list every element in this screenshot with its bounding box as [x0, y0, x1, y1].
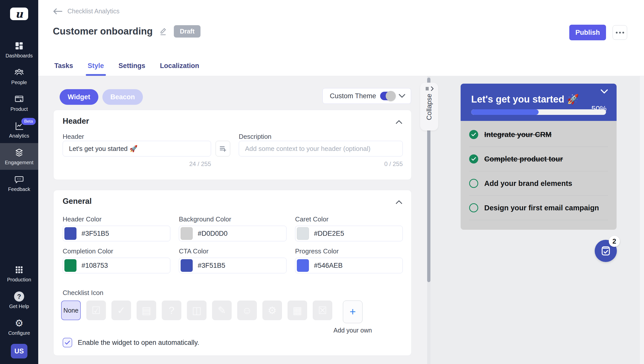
header-color-picker[interactable]: #3F51B5	[63, 226, 170, 241]
color-swatch	[64, 259, 76, 272]
custom-theme-toggle[interactable]	[380, 92, 395, 100]
gear-icon: ⚙	[14, 318, 24, 328]
auto-open-label: Enable the widget to open automatically.	[78, 339, 199, 347]
publish-button[interactable]: Publish	[569, 25, 606, 40]
sidebar-item-engagement[interactable]: Engagement	[0, 143, 38, 170]
description-field-label: Description	[239, 133, 271, 141]
sidebar-nav: Dashboards People Product	[0, 36, 38, 196]
launcher-badge: 2	[609, 236, 620, 247]
smiley-icon[interactable]: ☺	[237, 301, 257, 320]
checklist-item[interactable]: Integrate your CRM	[469, 122, 608, 147]
app-sidebar: u Dashboards People	[0, 0, 38, 364]
map-icon[interactable]: ▦	[288, 301, 307, 320]
color-field-label: Header Color	[63, 215, 170, 223]
color-swatch	[181, 227, 193, 240]
pending-circle-icon	[469, 179, 478, 188]
color-field-label: Background Color	[179, 215, 287, 223]
color-swatch	[181, 259, 193, 272]
caret-color-picker[interactable]: #DDE2E5	[295, 226, 403, 241]
chat-check-icon[interactable]: ✎	[212, 301, 232, 320]
widget-title: Let's get you started 🚀	[471, 94, 579, 105]
collapse-tab-label: Collapse	[425, 94, 433, 120]
tab-settings[interactable]: Settings	[118, 62, 145, 76]
widget-mode-button[interactable]: Widget	[60, 89, 98, 105]
toggle-knob	[386, 91, 396, 101]
clipboard-check-icon[interactable]: ☑	[86, 301, 106, 320]
product-window-icon	[14, 94, 24, 105]
background-color-picker[interactable]: #D0D0D0	[179, 226, 287, 241]
progress-color-picker[interactable]: #546AEB	[295, 258, 403, 273]
header-char-counter: 24 / 255	[63, 160, 211, 168]
widget-body: Integrate your CRM Complete product tour…	[461, 121, 617, 230]
add-list-item-button[interactable]	[216, 141, 230, 156]
completed-check-icon	[469, 154, 478, 163]
beacon-mode-button[interactable]: Beacon	[102, 89, 143, 105]
tab-localization[interactable]: Localization	[160, 62, 199, 76]
sidebar-item-configure[interactable]: ⚙ Configure	[0, 314, 38, 340]
checklist-item-label: Add your brand elements	[484, 179, 572, 188]
app-logo[interactable]: u	[10, 8, 28, 20]
sidebar-item-product[interactable]: Product	[0, 90, 38, 116]
completion-color-picker[interactable]: #108753	[63, 258, 170, 273]
chat-bubble-icon	[14, 174, 24, 185]
tab-style[interactable]: Style	[88, 62, 104, 76]
sidebar-item-label: Analytics	[9, 133, 29, 139]
chevron-down-icon[interactable]	[600, 89, 608, 94]
topbar: Checklist Analytics Customer onboarding …	[38, 0, 644, 76]
icon-option-none[interactable]: None	[61, 301, 81, 320]
header-input[interactable]	[63, 141, 211, 156]
general-card-title: General	[63, 197, 92, 206]
collapse-panel-tab[interactable]: Collapse	[420, 83, 438, 130]
checklist-item[interactable]: Design your first email campaign	[469, 196, 608, 220]
chevron-right-icon	[431, 86, 434, 91]
color-hex-value: #D0D0D0	[198, 230, 228, 238]
sidebar-item-production[interactable]: Production	[0, 260, 38, 287]
avatar-initials: US	[14, 347, 24, 355]
beta-badge: Beta	[21, 118, 36, 125]
sidebar-item-people[interactable]: People	[0, 63, 38, 90]
more-menu-button[interactable]	[613, 25, 627, 40]
document-icon[interactable]: ▤	[137, 301, 156, 320]
style-editor-content: Widget Beacon Custom Theme Header Header…	[38, 76, 644, 364]
chevron-up-icon[interactable]	[396, 200, 402, 204]
breadcrumb-row[interactable]: Checklist Analytics	[53, 8, 119, 15]
checklist-item[interactable]: Complete product tour	[469, 147, 608, 171]
collapse-tab-icons	[425, 86, 434, 91]
layers-icon	[14, 147, 24, 158]
book-icon[interactable]: ◫	[187, 301, 207, 320]
question-icon[interactable]: ?	[162, 301, 181, 320]
sidebar-item-label: Product	[11, 106, 28, 112]
pending-circle-icon	[469, 203, 478, 212]
playlist-add-icon	[219, 145, 227, 153]
sidebar-item-analytics[interactable]: Beta Analytics	[0, 116, 38, 143]
color-hex-value: #3F51B5	[198, 262, 225, 270]
color-field-progress: Progress Color #546AEB	[295, 247, 403, 273]
sidebar-item-get-help[interactable]: ? Get Help	[0, 287, 38, 314]
edit-pencil-icon[interactable]	[159, 27, 167, 36]
auto-open-checkbox[interactable]	[63, 338, 72, 347]
custom-theme-selector[interactable]: Custom Theme	[323, 88, 411, 104]
checklist-item[interactable]: Add your brand elements	[469, 171, 608, 196]
progress-bar	[471, 109, 606, 115]
sidebar-item-label: Engagement	[5, 160, 33, 166]
checkmark-icon[interactable]: ✓	[111, 301, 131, 320]
description-input[interactable]	[239, 141, 403, 156]
page-scrollbar-gutter[interactable]	[640, 76, 644, 364]
cta-color-picker[interactable]: #3F51B5	[179, 258, 287, 273]
sidebar-item-feedback[interactable]: Feedback	[0, 170, 38, 196]
checklist-launcher-button[interactable]: 2	[595, 240, 617, 262]
add-your-own-button[interactable]: +	[343, 301, 363, 323]
tab-tasks[interactable]: Tasks	[54, 62, 73, 76]
user-avatar[interactable]: US	[11, 344, 27, 358]
robot-icon[interactable]: ☒	[313, 301, 332, 320]
circuit-icon[interactable]: ⚙	[262, 301, 282, 320]
sidebar-item-label: Production	[7, 277, 31, 283]
checklist-item-label: Complete product tour	[484, 155, 563, 163]
question-circle-icon: ?	[14, 291, 24, 302]
color-field-label: Progress Color	[295, 247, 403, 255]
sidebar-item-dashboards[interactable]: Dashboards	[0, 36, 38, 63]
back-arrow-icon[interactable]	[53, 8, 62, 15]
chevron-up-icon[interactable]	[396, 120, 402, 124]
breadcrumb[interactable]: Checklist Analytics	[67, 8, 119, 15]
grid-dots-icon	[14, 264, 24, 275]
